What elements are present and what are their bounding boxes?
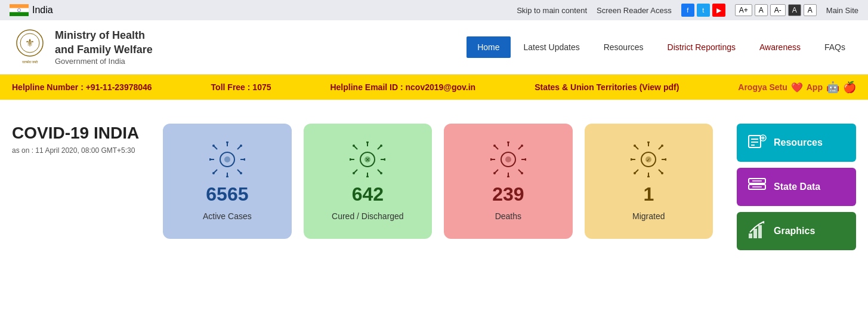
svg-point-38 xyxy=(353,145,355,147)
toll-free: Toll Free : 1075 xyxy=(211,82,271,92)
virus-migrated-icon: ✓ xyxy=(631,142,666,177)
helpline-number: Helpline Number : +91-11-23978046 xyxy=(12,82,152,92)
virus-deaths-icon xyxy=(490,142,526,177)
svg-line-39 xyxy=(378,146,381,149)
svg-line-78 xyxy=(635,170,638,173)
logo-section: ⚜ सत्यमेव जयते Ministry of Health and Fa… xyxy=(12,26,153,68)
svg-line-55 xyxy=(495,146,498,149)
top-bar: India Skip to main content Screen Reader… xyxy=(0,0,868,20)
helpline-bar: Helpline Number : +91-11-23978046 Toll F… xyxy=(0,75,868,100)
svg-point-34 xyxy=(350,158,351,161)
svg-line-80 xyxy=(659,170,662,173)
main-site-link[interactable]: Main Site xyxy=(826,6,858,15)
svg-point-32 xyxy=(366,176,369,177)
svg-line-18 xyxy=(214,146,217,149)
svg-point-54 xyxy=(524,158,526,161)
font-normal-btn[interactable]: A xyxy=(755,4,768,16)
svg-rect-0 xyxy=(10,4,29,8)
facebook-icon[interactable]: f xyxy=(681,4,694,17)
nav-awareness[interactable]: Awareness xyxy=(749,36,811,58)
svg-line-41 xyxy=(354,170,357,173)
svg-point-67 xyxy=(647,142,650,143)
helpline-email: Helpline Email ID : ncov2019@gov.in xyxy=(330,82,475,92)
svg-point-17 xyxy=(243,158,245,161)
svg-line-20 xyxy=(237,146,240,149)
graphics-btn-icon xyxy=(747,220,767,242)
svg-text:✕: ✕ xyxy=(365,156,370,163)
svg-rect-93 xyxy=(749,233,752,238)
youtube-icon[interactable]: ▶ xyxy=(712,4,725,17)
active-cases-number: 6565 xyxy=(206,183,248,205)
svg-point-36 xyxy=(384,158,385,161)
main-content: COVID-19 INDIA as on : 11 April 2020, 08… xyxy=(0,100,868,274)
skip-to-main-link[interactable]: Skip to main content xyxy=(517,6,587,15)
state-data-btn-label: State Data xyxy=(774,182,820,192)
states-territories[interactable]: States & Union Territories (View pdf) xyxy=(535,82,679,92)
ministry-name: Ministry of Health and Family Welfare xyxy=(55,29,153,57)
resources-btn[interactable]: Resources xyxy=(737,124,856,162)
cured-number: 642 xyxy=(352,183,384,205)
migrated-label: Migrated xyxy=(632,211,665,221)
svg-text:सत्यमेव जयते: सत्यमेव जयते xyxy=(21,60,39,64)
side-buttons: Resources State Data xyxy=(737,124,856,250)
svg-point-50 xyxy=(507,176,509,177)
svg-line-24 xyxy=(237,170,240,173)
virus-active-icon xyxy=(209,142,245,177)
top-bar-right: Skip to main content Screen Reader Acess… xyxy=(517,4,858,17)
font-increase-btn[interactable]: A+ xyxy=(735,4,752,16)
svg-point-40 xyxy=(380,145,382,147)
svg-point-69 xyxy=(647,176,650,177)
svg-point-62 xyxy=(521,172,523,174)
svg-point-46 xyxy=(505,156,511,162)
cured-card: ✕ 642 Cured / Discharged xyxy=(304,124,432,239)
resources-btn-icon xyxy=(747,132,767,153)
svg-point-15 xyxy=(209,158,211,161)
svg-line-22 xyxy=(214,170,217,173)
nav-resources[interactable]: Resources xyxy=(593,36,654,58)
nav-district-reportings[interactable]: District Reportings xyxy=(657,36,746,58)
svg-point-56 xyxy=(493,145,496,147)
nav-latest-updates[interactable]: Latest Updates xyxy=(513,36,591,58)
deaths-label: Deaths xyxy=(495,211,521,221)
svg-line-37 xyxy=(354,146,357,149)
deaths-number: 239 xyxy=(492,183,524,205)
graphics-btn[interactable]: Graphics xyxy=(737,212,856,250)
svg-point-77 xyxy=(661,145,663,147)
cured-label: Cured / Discharged xyxy=(332,211,404,221)
graphics-icon xyxy=(747,220,767,239)
svg-rect-2 xyxy=(10,12,29,16)
state-data-btn[interactable]: State Data xyxy=(737,168,856,206)
migrated-card: ✓ 1 Migrated xyxy=(585,124,713,239)
screen-reader-link[interactable]: Screen Reader Acess xyxy=(597,6,672,15)
svg-point-44 xyxy=(380,172,382,174)
font-decrease-btn[interactable]: A- xyxy=(770,4,786,16)
font-controls: A+ A A- A A xyxy=(735,4,817,16)
emblem-svg: ⚜ सत्यमेव जयते xyxy=(12,26,48,68)
svg-text:⚜: ⚜ xyxy=(25,37,35,49)
apple-icon: 🍎 xyxy=(843,81,856,94)
nav-faqs[interactable]: FAQs xyxy=(814,36,856,58)
android-icon: 🤖 xyxy=(826,81,839,94)
svg-point-13 xyxy=(226,176,228,177)
svg-point-21 xyxy=(240,145,242,147)
top-bar-left: India xyxy=(10,4,53,16)
svg-point-25 xyxy=(240,172,242,174)
main-nav: Home Latest Updates Resources District R… xyxy=(467,36,856,58)
svg-point-58 xyxy=(521,145,523,147)
svg-point-9 xyxy=(224,156,230,162)
svg-point-19 xyxy=(212,145,215,147)
arogya-setu[interactable]: Arogya Setu ❤️ App 🤖 🍎 xyxy=(738,81,856,94)
svg-line-76 xyxy=(659,146,662,149)
font-high-contrast-btn[interactable]: A xyxy=(788,4,801,16)
covid-title-section: COVID-19 INDIA as on : 11 April 2020, 08… xyxy=(12,124,139,155)
svg-point-48 xyxy=(507,142,509,143)
svg-line-43 xyxy=(378,170,381,173)
twitter-icon[interactable]: t xyxy=(697,4,710,17)
virus-cured-icon: ✕ xyxy=(350,142,385,177)
font-normal2-btn[interactable]: A xyxy=(804,4,817,16)
svg-line-57 xyxy=(518,146,521,149)
deaths-card: 239 Deaths xyxy=(444,124,572,239)
nav-home[interactable]: Home xyxy=(467,36,510,58)
svg-line-61 xyxy=(518,170,521,173)
svg-point-52 xyxy=(490,158,492,161)
